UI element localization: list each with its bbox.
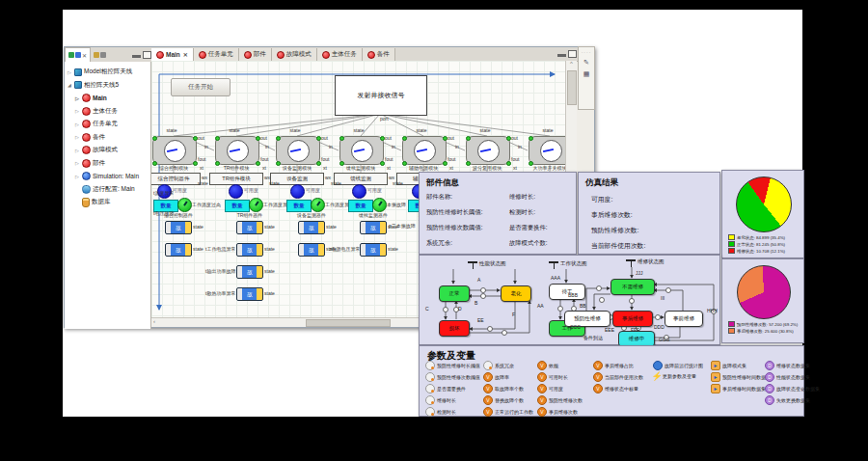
param-item-维修时长[interactable]: 维修时长 — [425, 395, 456, 405]
fault-timer-gauge[interactable] — [311, 198, 325, 212]
component-node-TR组件模块[interactable] — [215, 136, 259, 165]
sidebar-item-数据库[interactable]: 数据库 — [65, 196, 150, 209]
fault-timer-gauge[interactable] — [249, 198, 263, 212]
param-item-故障模式集[interactable]: ▸故障模式集 — [711, 361, 746, 370]
failure-mode-cylinder[interactable]: 故 — [165, 243, 192, 257]
tree-expander-icon[interactable]: ◢ — [68, 82, 72, 88]
sidebar-item-运行配置: Main[interactable]: 运行配置: Main — [65, 183, 150, 197]
device-box-馈线监测[interactable]: 馈线监测 — [334, 173, 388, 185]
quantity-box[interactable]: 数量 — [348, 200, 373, 212]
param-item-维修状态数据集[interactable]: D维修状态数据集 — [765, 361, 810, 370]
tree-expander-icon[interactable]: ▷ — [75, 174, 80, 179]
component-node-波分复用模块[interactable] — [466, 136, 510, 165]
sidebar-item-故障模式[interactable]: ▷故障模式 — [65, 144, 150, 157]
sidebar-item-Main[interactable]: ▷Main — [65, 92, 150, 105]
param-item-检测时长[interactable]: 检测时长 — [425, 407, 456, 417]
state-node-事前维修[interactable]: 事前维修 — [665, 311, 703, 327]
tree-expander-icon[interactable]: ▷ — [75, 122, 80, 127]
quantity-box[interactable]: 数量 — [286, 200, 312, 212]
editor-tab-备件[interactable]: 备件 — [363, 48, 395, 61]
strip-handle[interactable]: ···· — [582, 49, 592, 55]
failure-mode-cylinder[interactable]: 故 — [298, 221, 325, 234]
component-node-馈线监测模块[interactable] — [339, 136, 384, 165]
failure-mode-cylinder[interactable]: 故 — [236, 287, 263, 301]
scroll-left-arrow[interactable]: ‹ — [151, 318, 155, 324]
param-item-预防性维修时长阈值[interactable]: 预防性维修时长阈值 — [425, 361, 480, 370]
close-icon[interactable]: ✕ — [82, 52, 87, 59]
sidebar-item-Model相控阵天线[interactable]: ▷Model相控阵天线 — [65, 66, 150, 79]
task-start-button[interactable]: 任务开始 — [171, 78, 231, 96]
vertical-scroll-thumb[interactable] — [567, 70, 577, 105]
param-item-维修状态中标量[interactable]: V维修状态中标量 — [593, 384, 638, 393]
fault-timer-gauge[interactable] — [372, 198, 387, 212]
sidebar-item-相控阵天线5[interactable]: ◢相控阵天线5 — [65, 79, 150, 93]
scroll-up-arrow[interactable]: ^ — [566, 61, 577, 67]
param-item-预防性维修时间数据集[interactable]: ▸预防性维修时间数据集 — [711, 372, 771, 382]
close-tab-icon[interactable]: ✕ — [183, 51, 188, 58]
state-node-不需维修[interactable]: 不需维修 — [610, 279, 655, 295]
maximize-editor-button[interactable] — [568, 50, 577, 58]
tree-expander-icon[interactable]: ▷ — [75, 160, 80, 166]
tree-expander-icon[interactable]: ▷ — [75, 108, 80, 114]
param-item-系统冗余[interactable]: 系统冗余 — [483, 361, 514, 370]
tab-outline[interactable] — [91, 48, 109, 62]
editor-tab-主体任务[interactable]: 主体任务 — [317, 48, 363, 61]
minimize-view-button[interactable] — [132, 55, 141, 58]
tab-project-explorer[interactable]: ✕ — [65, 47, 91, 62]
state-node-损坏[interactable]: 损坏 — [439, 320, 470, 337]
param-item-故障前运行统计图[interactable]: 故障前运行统计图 — [653, 361, 703, 370]
availability-gauge[interactable] — [229, 184, 243, 199]
tree-expander-icon[interactable]: ▷ — [75, 148, 80, 153]
strip-icon-0[interactable]: ✎ — [583, 59, 589, 67]
fault-timer-gauge[interactable] — [177, 198, 192, 212]
param-item-预防性维修次数[interactable]: V预防性维修次数 — [537, 395, 583, 405]
param-item-更新参数及变量[interactable]: ⚡更新参数及变量 — [653, 372, 696, 380]
param-item-替换故障个数[interactable]: V替换故障个数 — [483, 395, 524, 405]
editor-tab-Main[interactable]: Main✕ — [151, 48, 194, 61]
param-item-正常运行的工作数[interactable]: V正常运行的工作数 — [483, 407, 533, 417]
param-item-可用度[interactable]: V可用度 — [537, 384, 563, 393]
state-node-事后维修[interactable]: 事后维修 — [612, 311, 653, 327]
param-item-预防性维修次数阈值[interactable]: 预防性维修次数阈值 — [425, 372, 480, 382]
component-node-大功率开关模块[interactable] — [529, 136, 565, 165]
collapsed-palette-strip[interactable]: ···· ✎▦ — [578, 46, 595, 110]
minimize-editor-button[interactable] — [557, 54, 566, 57]
param-item-事后维修占比[interactable]: V事后维修占比 — [593, 361, 634, 370]
availability-gauge[interactable] — [352, 184, 366, 199]
sidebar-item-部件[interactable]: ▷部件 — [65, 157, 150, 171]
sidebar-item-主体任务[interactable]: ▷主体任务 — [65, 105, 150, 119]
failure-mode-cylinder[interactable]: 故 — [236, 243, 263, 257]
sidebar-item-任务单元[interactable]: ▷任务单元 — [65, 118, 150, 131]
sidebar-item-Simulation: Main[interactable]: ▷Simulation: Main — [65, 170, 150, 183]
failure-mode-cylinder[interactable]: 故 — [236, 265, 263, 279]
strip-icon-1[interactable]: ▦ — [583, 70, 590, 78]
editor-tab-部件[interactable]: 部件 — [239, 48, 272, 61]
tree-expander-icon[interactable]: ▷ — [68, 69, 72, 75]
failure-mode-cylinder[interactable]: 故 — [298, 243, 325, 257]
signal-source-node[interactable]: 发射井接收信号 — [335, 75, 427, 116]
tree-expander-icon[interactable]: ▷ — [75, 95, 80, 101]
state-node-正常[interactable]: 正常 — [439, 285, 470, 302]
failure-mode-cylinder[interactable]: 故 — [236, 221, 263, 234]
param-item-事后维修次数[interactable]: V事后维修次数 — [537, 407, 578, 417]
quantity-box[interactable]: 数量 — [225, 200, 250, 212]
failure-mode-cylinder[interactable]: 故 — [360, 221, 387, 234]
component-node-综合控制模块[interactable] — [152, 136, 197, 165]
component-node-设备监测模块[interactable] — [276, 136, 320, 165]
param-item-事后维修时间数据集[interactable]: ▸事后维修时间数据集 — [711, 384, 766, 393]
param-item-故障率[interactable]: V故障率 — [483, 372, 509, 382]
editor-tab-任务单元[interactable]: 任务单元 — [194, 48, 239, 61]
failure-mode-cylinder[interactable]: 故 — [360, 243, 387, 257]
component-node-辅助电源模块[interactable] — [402, 136, 447, 165]
availability-gauge[interactable] — [290, 184, 305, 199]
param-item-可用时长[interactable]: V可用时长 — [537, 372, 568, 382]
device-box-综合控制器件[interactable]: 综合控制器件 — [151, 173, 201, 185]
param-item-故障状态变化数据集[interactable]: D故障状态变化数据集 — [765, 384, 820, 393]
param-item-失效更换数据集[interactable]: D失效更换数据集 — [765, 395, 810, 405]
sidebar-item-备件[interactable]: ▷备件 — [65, 131, 150, 145]
failure-mode-cylinder[interactable]: 故 — [165, 221, 192, 234]
tree-expander-icon[interactable]: ▷ — [75, 134, 80, 140]
param-item-当前部件使用次数[interactable]: V当前部件使用次数 — [593, 372, 643, 382]
maximize-view-button[interactable] — [143, 51, 151, 59]
param-item-效能[interactable]: V效能 — [537, 361, 558, 370]
